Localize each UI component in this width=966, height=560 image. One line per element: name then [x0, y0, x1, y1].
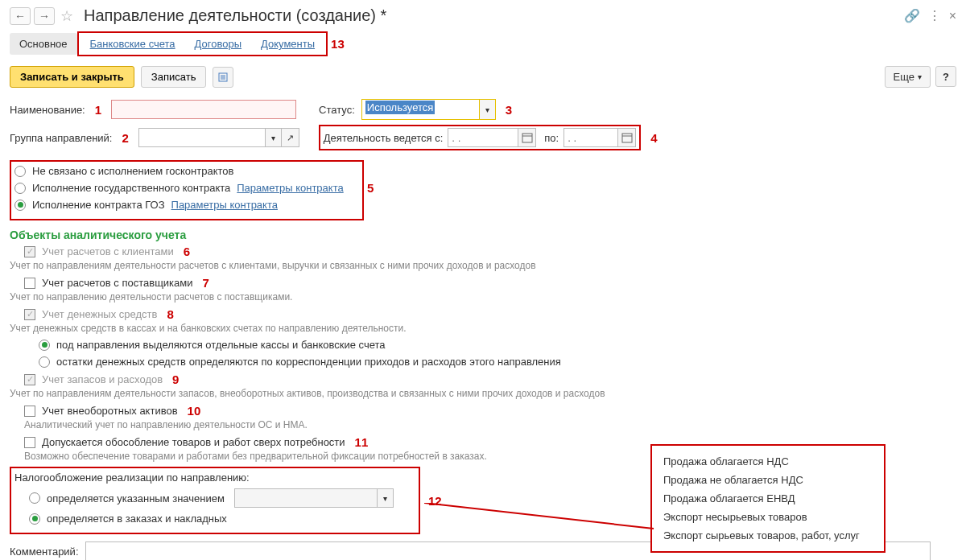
- tax-radio-1-label: определяется указанным значением: [47, 492, 225, 504]
- tax-radio-2-label: определяется в заказах и накладных: [47, 513, 227, 525]
- radio-no-contract-label: Не связано с исполнением госконтрактов: [32, 165, 233, 177]
- status-dropdown-button[interactable]: ▾: [479, 100, 495, 119]
- isolation-check[interactable]: [24, 437, 35, 448]
- tax-radio-2[interactable]: [29, 513, 40, 525]
- annotation-8: 8: [163, 307, 176, 321]
- comment-label: Комментарий:: [10, 546, 79, 558]
- tax-value-input[interactable]: [234, 488, 378, 508]
- close-icon[interactable]: ×: [949, 9, 956, 23]
- to-label: по:: [544, 132, 559, 144]
- svg-rect-4: [522, 134, 532, 142]
- annotation-7: 7: [200, 276, 213, 290]
- list-icon-button[interactable]: [213, 67, 233, 88]
- tab-bank[interactable]: Банковские счета: [80, 33, 185, 55]
- cash-radio-2-label: остатки денежных средств определяются по…: [56, 356, 561, 368]
- group-label: Группа направлений:: [10, 132, 112, 144]
- name-label: Наименование:: [10, 104, 85, 116]
- noncurrent-desc: Аналитический учет по направлению деятел…: [24, 419, 956, 430]
- date-to-input[interactable]: [564, 128, 618, 147]
- annotation-1: 1: [92, 103, 105, 117]
- annotation-4: 4: [647, 131, 660, 145]
- cash-check: ✓: [24, 309, 35, 320]
- more-button[interactable]: Еще▾: [885, 66, 931, 88]
- page-title: Направление деятельности (создание) *: [84, 6, 386, 25]
- noncurrent-check[interactable]: [24, 406, 35, 417]
- star-icon[interactable]: ☆: [58, 7, 76, 25]
- back-button[interactable]: ←: [10, 7, 31, 25]
- clients-check: ✓: [24, 246, 35, 257]
- stock-check-label: Учет запасов и расходов: [42, 373, 163, 385]
- save-close-button[interactable]: Записать и закрыть: [10, 66, 134, 88]
- popup-item-2[interactable]: Продажа не облагается НДС: [663, 471, 873, 489]
- popup-item-5[interactable]: Экспорт сырьевых товаров, работ, услуг: [663, 526, 873, 545]
- cash-radio-2[interactable]: [39, 356, 50, 368]
- annotation-3: 3: [502, 103, 515, 117]
- name-input[interactable]: [111, 100, 296, 119]
- tax-value-dropdown[interactable]: ▾: [378, 488, 394, 508]
- goz-contract-params-link[interactable]: Параметры контракта: [171, 199, 278, 211]
- tax-options-popup: Продажа облагается НДС Продажа не облага…: [650, 444, 886, 553]
- status-input[interactable]: Используется: [362, 100, 479, 117]
- cash-radio-1[interactable]: [39, 340, 50, 351]
- gov-contract-params-link[interactable]: Параметры контракта: [237, 182, 343, 194]
- cash-check-label: Учет денежных средств: [42, 308, 157, 320]
- suppliers-check-label: Учет расчетов с поставщиками: [42, 277, 193, 289]
- radio-no-contract[interactable]: [14, 166, 26, 177]
- cash-desc: Учет денежных средств в кассах и на банк…: [10, 323, 956, 334]
- stock-desc: Учет по направлениям деятельности запасо…: [10, 388, 956, 399]
- isolation-check-label: Допускается обособление товаров и работ …: [42, 436, 345, 448]
- radio-goz-contract[interactable]: [14, 200, 26, 211]
- tabs-bar: Основное Банковские счета Договоры Докум…: [10, 31, 956, 56]
- group-dropdown-button[interactable]: ▾: [266, 128, 282, 147]
- date-from-input[interactable]: [448, 128, 518, 147]
- help-button[interactable]: ?: [935, 66, 956, 87]
- svg-rect-6: [622, 134, 632, 142]
- annotation-13: 13: [328, 37, 348, 51]
- annotation-6: 6: [180, 245, 193, 258]
- clients-desc: Учет по направлениям деятельности расчет…: [10, 260, 956, 271]
- link-icon[interactable]: 🔗: [904, 8, 920, 23]
- annotation-12: 12: [425, 494, 445, 508]
- popup-item-4[interactable]: Экспорт несырьевых товаров: [663, 508, 873, 526]
- radio-goz-contract-label: Исполнение контракта ГОЗ: [32, 199, 165, 211]
- radio-gov-contract[interactable]: [14, 183, 26, 194]
- annotation-11: 11: [352, 435, 372, 449]
- stock-check: ✓: [24, 374, 35, 385]
- radio-gov-contract-label: Исполнение государственного контракта: [32, 182, 230, 194]
- date-to-cal-button[interactable]: [618, 128, 636, 147]
- save-button[interactable]: Записать: [141, 66, 207, 88]
- annotation-10: 10: [184, 404, 204, 418]
- analytics-section-title: Объекты аналитического учета: [10, 229, 956, 241]
- popup-item-3[interactable]: Продажа облагается ЕНВД: [663, 489, 873, 508]
- annotation-2: 2: [118, 131, 131, 145]
- tax-title: Налогообложение реализации по направлени…: [14, 471, 414, 484]
- suppliers-check[interactable]: [24, 278, 35, 289]
- contract-group: Не связано с исполнением госконтрактов И…: [10, 160, 364, 220]
- suppliers-desc: Учет по направлению деятельности расчето…: [10, 291, 956, 303]
- date-from-cal-button[interactable]: [518, 128, 536, 147]
- annotation-5: 5: [364, 181, 377, 195]
- tab-main[interactable]: Основное: [10, 33, 77, 55]
- tax-radio-1[interactable]: [29, 492, 40, 504]
- group-input[interactable]: [138, 128, 266, 147]
- action-bar: Записать и закрыть Записать Еще▾ ?: [10, 66, 956, 88]
- status-label: Статус:: [319, 104, 355, 116]
- noncurrent-check-label: Учет внеоборотных активов: [42, 405, 178, 417]
- forward-button[interactable]: →: [34, 7, 55, 25]
- activity-from-label: Деятельность ведется с:: [324, 132, 443, 144]
- kebab-icon[interactable]: ⋮: [928, 8, 941, 23]
- tab-docs[interactable]: Документы: [251, 33, 324, 55]
- annotation-9: 9: [169, 373, 182, 386]
- cash-radio-1-label: под направления выделяются отдельные кас…: [56, 339, 386, 351]
- group-open-button[interactable]: ↗: [282, 128, 299, 147]
- header-toolbar: ← → ☆ Направление деятельности (создание…: [10, 6, 956, 25]
- popup-item-1[interactable]: Продажа облагается НДС: [663, 452, 873, 471]
- tab-contracts[interactable]: Договоры: [185, 33, 251, 55]
- clients-check-label: Учет расчетов с клиентами: [42, 245, 174, 257]
